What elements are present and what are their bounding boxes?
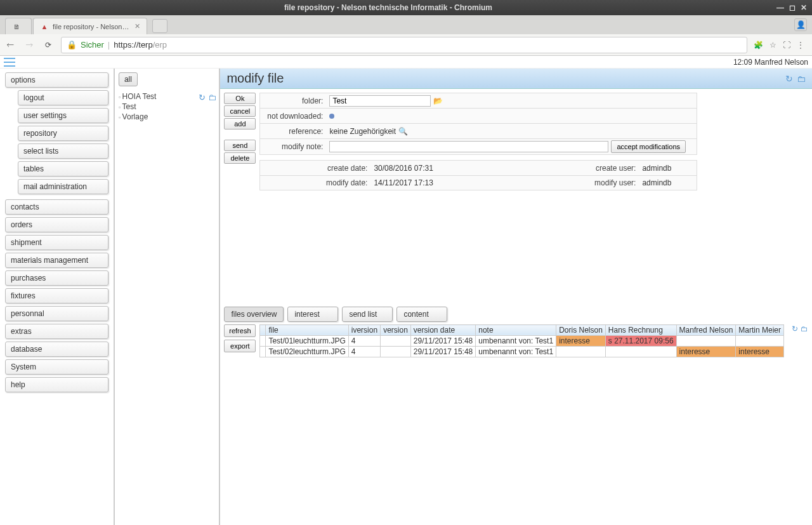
- tab-content[interactable]: content: [396, 307, 447, 322]
- cell-martin: [736, 336, 784, 347]
- sidebar-mailadmin[interactable]: mail administration: [18, 179, 108, 194]
- ok-button[interactable]: Ok: [224, 93, 256, 104]
- url-text: https://terp/erp: [114, 40, 167, 50]
- modnote-label: modify note:: [260, 142, 327, 151]
- accept-button[interactable]: accept modifications: [611, 140, 686, 153]
- time-label: 12:09: [733, 58, 752, 67]
- col-version[interactable]: version: [381, 325, 411, 336]
- cell-manfred: interesse: [676, 347, 736, 357]
- col-blank[interactable]: [260, 325, 266, 336]
- refresh-icon[interactable]: ↻: [792, 324, 798, 333]
- form-buttons: Ok cancel add send delete: [224, 93, 256, 190]
- cell-martin: interesse: [736, 347, 784, 357]
- tab-interest[interactable]: interest: [287, 307, 338, 322]
- star-icon[interactable]: ☆: [769, 41, 776, 50]
- profile-icon[interactable]: 👤: [794, 18, 807, 31]
- sidebar-tables[interactable]: tables: [18, 161, 108, 176]
- folder-open-icon[interactable]: 📂: [433, 96, 443, 105]
- refresh-button[interactable]: refresh: [224, 324, 256, 337]
- table-row[interactable]: Test/01leuchtturm.JPG 4 29/11/2017 15:48…: [260, 336, 784, 347]
- hamburger-icon[interactable]: [4, 58, 15, 67]
- sidebar-purchases[interactable]: purchases: [5, 270, 108, 286]
- col-file[interactable]: file: [266, 325, 348, 336]
- col-manfred[interactable]: Manfred Nelson: [676, 325, 736, 336]
- send-button[interactable]: send: [224, 140, 256, 151]
- tab-filesoverview[interactable]: files overview: [224, 307, 284, 322]
- sidebar-contacts[interactable]: contacts: [5, 199, 108, 215]
- cell-iversion: 4: [348, 347, 380, 357]
- cell-version: [381, 336, 411, 347]
- back-button[interactable]: 🡐: [4, 39, 16, 51]
- sidebar-usersettings[interactable]: user settings: [18, 108, 108, 123]
- col-iversion[interactable]: iversion: [348, 325, 380, 336]
- cell-hans: s 27.11.2017 09:56: [605, 336, 676, 347]
- export-button[interactable]: export: [224, 340, 256, 352]
- browser-tab-active[interactable]: ▲ file repository - Nelson te ✕: [33, 18, 147, 34]
- createdate-label: create date:: [260, 164, 371, 173]
- sidebar-repository[interactable]: repository: [18, 126, 108, 141]
- tree-panel: all HOIA Test Test Vorlage ↻ 🗀: [115, 69, 220, 525]
- maximize-icon[interactable]: ◻: [789, 3, 796, 12]
- sidebar-help[interactable]: help: [5, 377, 108, 392]
- user-label: Manfred Nelson: [754, 58, 808, 67]
- panel-icon[interactable]: 🗀: [797, 74, 806, 84]
- add-button[interactable]: add: [224, 118, 256, 130]
- tab-close-icon[interactable]: ✕: [134, 22, 140, 30]
- content-area: modify file ↻ 🗀 Ok cancel add send delet…: [220, 69, 812, 525]
- panel-icon[interactable]: 🗀: [801, 324, 808, 333]
- fullscreen-icon[interactable]: ⛶: [783, 41, 790, 50]
- sidebar-database[interactable]: database: [5, 342, 108, 357]
- sidebar-options[interactable]: options: [5, 72, 108, 88]
- sidebar-extras[interactable]: extras: [5, 324, 108, 339]
- close-icon[interactable]: ✕: [801, 3, 807, 12]
- sidebar-selectlists[interactable]: select lists: [18, 143, 108, 159]
- col-versiondate[interactable]: version date: [410, 325, 475, 336]
- delete-button[interactable]: delete: [224, 152, 256, 164]
- modnote-input[interactable]: [329, 141, 608, 152]
- tree-item[interactable]: Vorlage: [119, 112, 215, 122]
- window-title: file repository - Nelson technische Info…: [0, 3, 776, 12]
- menu-icon[interactable]: ⋮: [797, 41, 804, 50]
- col-martin[interactable]: Martin Meier: [736, 325, 784, 336]
- cell-manfred: [676, 336, 736, 347]
- col-doris[interactable]: Doris Nelson: [556, 325, 606, 336]
- files-table: file iversion version version date note …: [259, 324, 784, 357]
- refresh-icon[interactable]: ↻: [199, 93, 206, 102]
- sidebar-shipment[interactable]: shipment: [5, 235, 108, 250]
- cancel-button[interactable]: cancel: [224, 105, 256, 117]
- createdate-value: 30/08/2016 07:31: [371, 163, 589, 174]
- folder-icon[interactable]: 🗀: [208, 93, 216, 102]
- window-controls: — ◻ ✕: [776, 3, 812, 12]
- browser-tab-blank[interactable]: 🗎: [5, 18, 32, 34]
- secure-label: Sicher: [81, 40, 104, 50]
- content-header: modify file ↻ 🗀: [220, 69, 812, 89]
- forward-button[interactable]: 🡒: [23, 39, 36, 51]
- cell-note: umbenannt von: Test1: [476, 336, 556, 347]
- minimize-icon[interactable]: —: [776, 3, 784, 12]
- new-tab-button[interactable]: [152, 19, 167, 33]
- sidebar-fixtures[interactable]: fixtures: [5, 288, 108, 303]
- user-info: 12:09 Manfred Nelson: [733, 58, 808, 67]
- address-bar[interactable]: 🔒 Sicher | https://terp/erp: [61, 37, 747, 53]
- refresh-icon[interactable]: ↻: [785, 74, 793, 84]
- folder-input[interactable]: [329, 95, 431, 107]
- tree-item[interactable]: Test: [119, 102, 215, 112]
- form-table: folder: 📂 not downloaded: reference: kei…: [259, 93, 697, 190]
- cell-file: Test/02leuchtturm.JPG: [266, 347, 348, 357]
- col-hans[interactable]: Hans Rechnung: [605, 325, 676, 336]
- tab-sendlist[interactable]: send list: [342, 307, 393, 322]
- table-header-row: file iversion version version date note …: [260, 325, 784, 336]
- col-note[interactable]: note: [476, 325, 556, 336]
- sidebar: options logout user settings repository …: [0, 69, 115, 525]
- table-row[interactable]: Test/02leuchtturm.JPG 4 29/11/2017 15:48…: [260, 347, 784, 357]
- search-icon[interactable]: 🔍: [398, 127, 408, 136]
- reload-button[interactable]: ⟳: [42, 39, 55, 51]
- sidebar-logout[interactable]: logout: [18, 90, 108, 105]
- sidebar-personnal[interactable]: personnal: [5, 306, 108, 321]
- main-layout: options logout user settings repository …: [0, 69, 812, 525]
- sidebar-materials[interactable]: materials management: [5, 253, 108, 268]
- tree-all-button[interactable]: all: [119, 72, 138, 86]
- extension-icon[interactable]: 🧩: [754, 41, 763, 50]
- sidebar-system[interactable]: System: [5, 359, 108, 375]
- sidebar-orders[interactable]: orders: [5, 217, 108, 232]
